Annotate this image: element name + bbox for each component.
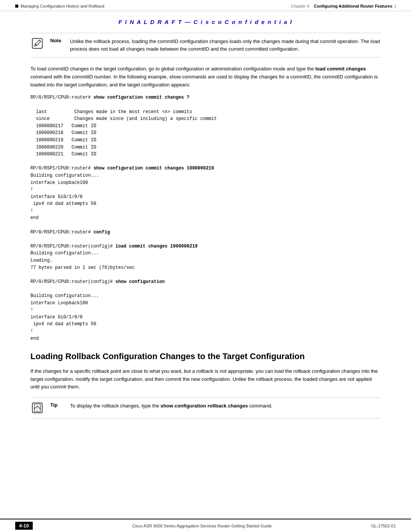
page-content: F I N A L D R A F T — C i s c o C o n f …: [0, 11, 411, 441]
note-icon-wrap: [30, 38, 44, 49]
chapter-title: Configuring Additional Router Features: [314, 4, 392, 8]
note-block: Note Unlike the rollback process, loadin…: [30, 33, 381, 58]
page-footer: 4-10 Cisco ASR 9000 Series Aggregation S…: [0, 519, 411, 532]
footer-center-text: Cisco ASR 9000 Series Aggregation Servic…: [33, 524, 371, 528]
note-text: Unlike the rollback process, loading the…: [70, 38, 381, 53]
footer-right-text: OL-17502-01: [371, 524, 396, 528]
chapter-info: Chapter 4 Configuring Additional Router …: [291, 4, 396, 8]
tip-label: Tip: [50, 402, 64, 408]
confidential-banner: F I N A L D R A F T — C i s c o C o n f …: [30, 19, 381, 25]
svg-rect-0: [32, 38, 42, 48]
header-left-text: Managing Configuration History and Rollb…: [21, 4, 105, 8]
note-label: Note: [50, 38, 64, 43]
body-para-1: To load commitID changes in the target c…: [30, 65, 381, 89]
section-heading: Loading Rollback Configuration Changes t…: [30, 351, 381, 362]
code-block-1: RP/0/RSP1/CPU0:router# show configuratio…: [30, 94, 381, 342]
pencil-icon: [32, 38, 43, 49]
page-number: 4-10: [15, 522, 33, 530]
tip-block: Tip To display the rollback changes, typ…: [30, 397, 381, 419]
header-left: Managing Configuration History and Rollb…: [15, 4, 105, 8]
tip-text: To display the rollback changes, type th…: [70, 402, 381, 410]
page: Managing Configuration History and Rollb…: [0, 0, 411, 532]
tip-icon-wrap: [30, 402, 44, 414]
page-header: Managing Configuration History and Rollb…: [0, 0, 411, 11]
body-para-2: If the changes for a specific rollback p…: [30, 367, 381, 391]
chapter-label: Chapter 4: [291, 4, 309, 8]
tip-icon: [32, 402, 43, 414]
bullet-icon: [15, 5, 18, 8]
